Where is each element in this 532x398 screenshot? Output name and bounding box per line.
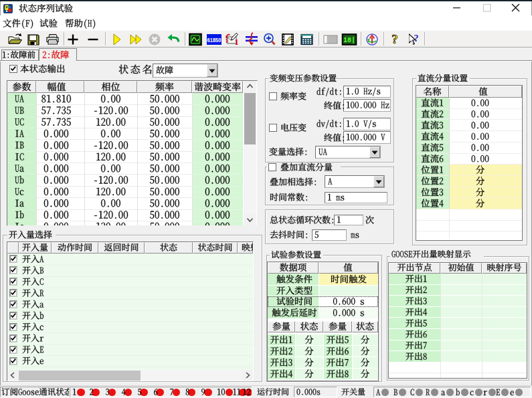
svg-text:61850: 61850 <box>207 36 221 43</box>
svg-text:18|: 18| <box>343 37 355 44</box>
svg-text:1: 1 <box>235 37 239 47</box>
svg-text:?: ? <box>391 32 398 46</box>
svg-text:?: ? <box>414 33 419 43</box>
